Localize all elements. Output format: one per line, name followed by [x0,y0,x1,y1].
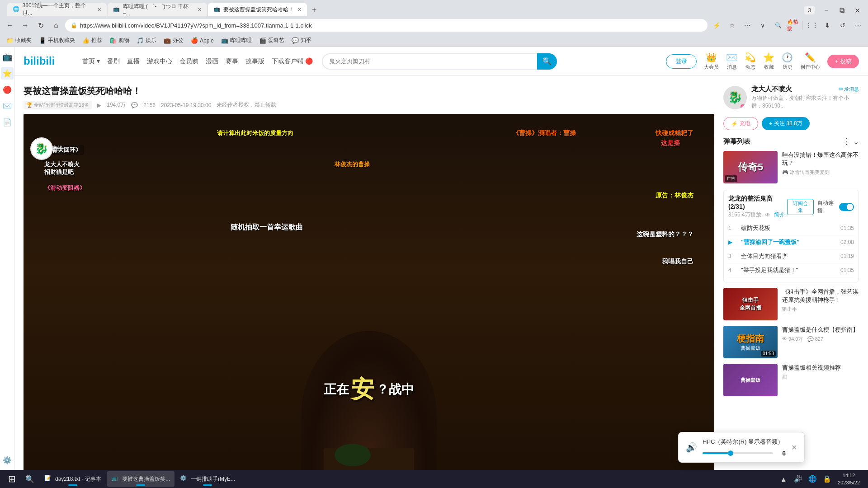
history-icon[interactable]: 🕐历史 [782,52,793,70]
autoplay-toggle[interactable] [839,203,854,211]
hot-trending-icon[interactable]: 🔥热搜 [787,19,800,32]
charge-button[interactable]: ⚡ 充电 [723,117,758,130]
tab-2-close[interactable]: ✕ [198,7,202,13]
address-input[interactable]: 🔒 https://www.bilibili.com/video/BV1JP41… [65,19,708,32]
taskbar-item-tool[interactable]: ⚙️ 一键排助手(MyE... [175,471,240,487]
bookmark-apple[interactable]: 🍎 Apple [188,36,217,45]
nav-series[interactable]: 番剧 [107,57,120,66]
tray-lock-icon[interactable]: 🔒 [821,473,833,485]
rec-video-2[interactable]: 梗指南 曹操盖饭 01:53 曹操盖饭是什么梗【梗指南】 👁 94.0万 💬 8… [723,326,859,358]
menu-icon[interactable]: ⋯ [852,19,864,32]
playlist-item-2[interactable]: 3 全体目光向猪看齐 01:19 [728,249,854,263]
follow-button[interactable]: + 关注 38.8万 [762,117,810,130]
bookmark-favorites[interactable]: 📁 收藏夹 [4,36,34,45]
tray-network-icon[interactable]: 🌐 [806,473,819,485]
send-message-button[interactable]: ✉ 发消息 [839,86,859,93]
dynamics-icon[interactable]: 💫动态 [745,52,756,70]
nav-download[interactable]: 下载客户端 🔴 [272,57,313,66]
nav-events[interactable]: 赛事 [226,57,238,66]
tray-arrow-icon[interactable]: ▲ [777,473,790,485]
nav-live[interactable]: 直播 [127,57,140,66]
sidebar-settings-icon[interactable]: ⚙️ [1,454,14,466]
page-content: bilibili 首页 ▾ 番剧 直播 游戏中心 会员购 漫画 赛事 故事版 下… [14,47,868,470]
bookmark-zhihu[interactable]: 💬 知乎 [289,36,314,45]
bookmark-office[interactable]: 💼 办公 [161,36,186,45]
tray-volume-icon[interactable]: 🔊 [792,473,804,485]
danmaku-more-icon[interactable]: ⋮ [842,136,850,146]
volume-slider[interactable] [703,452,773,454]
close-button[interactable]: ✕ [850,5,864,16]
tab-2[interactable]: 📺 哔哩哔哩 ( ゜- ゜)つロ 干杯~... ✕ [108,3,207,16]
minimize-button[interactable]: − [819,5,834,16]
rec-views-2: 👁 94.0万 [782,336,803,342]
creator-center-icon[interactable]: ✏️创作中心 [800,52,820,70]
back-button[interactable]: ← [4,19,16,32]
nav-storyboard[interactable]: 故事版 [245,57,264,66]
bookmark-bilibili[interactable]: 📺 哔哩哔哩 [218,36,255,45]
tab-1-close[interactable]: ✕ [97,7,101,13]
bilibili-logo[interactable]: bilibili [24,53,73,70]
ranking-tag[interactable]: 🏆 全站行排行榜最高第13名 [24,101,92,109]
tab-3-close[interactable]: ✕ [297,7,302,13]
center-char: 安 [351,374,374,405]
tab-1[interactable]: 🌐 360导航—一个主页，整个世... ✕ [7,3,107,16]
rec-sub-1: 狙击手 [782,306,859,313]
reload-button[interactable]: ↻ [34,19,47,32]
nav-home[interactable]: 首页 ▾ [82,57,100,66]
tray-clock[interactable]: 14:12 2023/5/22 [835,472,863,487]
playlist-item-0[interactable]: 1 破防天花板 01:35 [728,221,854,235]
subscribe-button[interactable]: 订阅合集 [787,199,814,215]
volume-slider-thumb[interactable] [728,450,733,456]
nav-game-center[interactable]: 游戏中心 [147,57,172,66]
author-card: 🐉 Lv 龙大人不喷火 ✉ 发消息 万物皆可做盖，变朝打溶求关注！有个小群：85… [723,85,859,110]
rec-thumb-video[interactable]: 传奇5 广告 哇有没搞错！爆率这么高你不玩？ 🎮 冰雪传奇完美复刻 [723,151,859,183]
extensions-icon[interactable]: ⋯ [741,19,754,32]
nav-member-shop[interactable]: 会员购 [179,57,198,66]
volume-popup-close[interactable]: ✕ [791,443,797,452]
playlist-desc-link[interactable]: 简介 [774,211,785,219]
apps-grid-icon[interactable]: ⋮⋮ [806,19,818,32]
login-button[interactable]: 登录 [666,54,697,69]
bili-sidebar: 🐉 Lv 龙大人不喷火 ✉ 发消息 万物皆可做盖，变朝打溶求关注！有个小群：85… [723,85,859,461]
tab-3[interactable]: 📺 要被这曹操盖饭笑死哈哈哈！ ✕ [208,3,307,16]
new-tab-button[interactable]: + [308,4,321,16]
bookmark-recommend[interactable]: 👍 推荐 [80,36,105,45]
sidebar-mail-icon[interactable]: ✉️ [1,99,14,112]
rec-video-3[interactable]: 曹操盖饭 曹操盖饭相关视频推荐 甜 [723,364,859,396]
search-input[interactable] [322,53,537,70]
search-icon[interactable]: 🔍 [772,19,784,32]
history-redo-icon[interactable]: ↺ [836,19,849,32]
taskbar-item-bilibili[interactable]: 📺 要被这曹操盖饭笑... [107,471,175,487]
danmaku-collapse-icon[interactable]: ⌄ [853,137,859,146]
rec-video-1[interactable]: 狙击手全网首播 《狙击手》全网首播，张艺谋还原抗美援朝神枪手！ 狙击手 [723,288,859,320]
home-button[interactable]: ⌂ [50,19,62,32]
sidebar-bilibili-icon[interactable]: 📺 [1,51,14,63]
search-button[interactable]: 🔍 [537,53,557,70]
download-icon[interactable]: ⬇ [821,19,834,32]
bookmark-entertainment[interactable]: 🎵 娱乐 [134,36,159,45]
playlist-item-1[interactable]: ▶ "曹操渝回了一碗盖饭" 02:08 [728,235,854,249]
premium-icon[interactable]: 👑大会员 [704,52,719,70]
upload-button[interactable]: + 投稿 [827,55,859,68]
bookmark-shop[interactable]: 🛍️ 购物 [107,36,132,45]
nav-manga[interactable]: 漫画 [206,57,218,66]
taskbar-search-icon[interactable]: 🔍 [22,472,38,486]
taskbar-item-notepad[interactable]: 📝 day218.txt - 记事本 [40,471,106,487]
sidebar-doc-icon[interactable]: 📄 [1,116,14,128]
sidebar-weibo-icon[interactable]: 🔴 [1,83,14,96]
bookmark-iqiyi[interactable]: 🎬 爱奇艺 [256,36,287,45]
sidebar-star-icon[interactable]: ⭐ [1,67,14,80]
bookmark-star-icon[interactable]: ☆ [726,19,738,32]
bookmark-mobile[interactable]: 📱 手机收藏夹 [36,36,78,45]
browser-chrome: 🌐 360导航—一个主页，整个世... ✕ 📺 哔哩哔哩 ( ゜- ゜)つロ 干… [0,0,868,47]
message-icon[interactable]: ✉️消息 [726,52,737,70]
power-icon[interactable]: ⚡ [710,19,723,32]
video-player[interactable]: 不是英雄 《单臂大回环》 请计算出此时米饭的质量方向 《曹操》演唱者：曹操 快碰… [24,114,714,470]
collections-icon[interactable]: ∨ [756,19,769,32]
playlist-item-3[interactable]: 4 "举手投足我就是猪！" 01:35 [728,263,854,277]
restore-button[interactable]: ⧉ [835,5,849,16]
forward-button[interactable]: → [19,19,32,32]
upload-date: 2023-05-19 19:30:00 [161,102,211,108]
start-button[interactable]: ⊞ [2,472,22,486]
favorites-header-icon[interactable]: ⭐收藏 [763,52,774,70]
